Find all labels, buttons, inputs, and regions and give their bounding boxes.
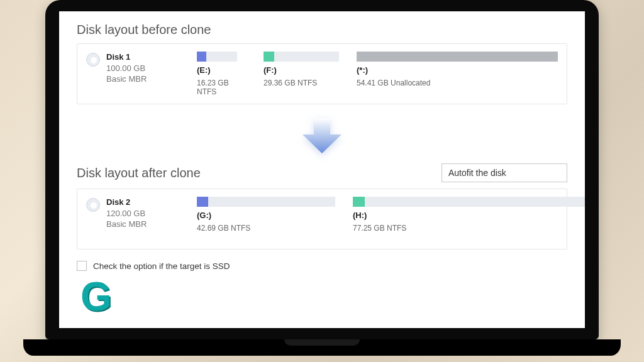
after-header-row: Disk layout after clone Autofit the disk	[77, 163, 567, 182]
partition-used-segment	[264, 52, 274, 62]
partition[interactable]: (H:)77.25 GB NTFS	[353, 197, 585, 233]
disk-icon	[86, 198, 100, 212]
partition-letter: (E:)	[197, 65, 246, 75]
after-panel: Disk 2 120.00 GB Basic MBR (G:)42.69 GB …	[77, 189, 567, 250]
partition-used-segment	[197, 52, 206, 62]
partition[interactable]: (F:)29.36 GB NTFS	[264, 52, 339, 87]
down-arrow-icon	[300, 117, 344, 155]
disk-icon	[86, 53, 100, 67]
laptop-notch	[284, 339, 360, 346]
after-partitions: (G:)42.69 GB NTFS(H:)77.25 GB NTFS(*:)15…	[197, 197, 585, 241]
partition-letter: (H:)	[353, 211, 585, 220]
partition-detail: 16.23 GB NTFS	[197, 79, 246, 96]
before-disk-type: Basic MBR	[106, 74, 147, 85]
after-disk-column: Disk 2 120.00 GB Basic MBR	[86, 197, 180, 230]
after-disk-name: Disk 2	[106, 197, 147, 208]
fit-mode-dropdown[interactable]: Autofit the disk	[441, 163, 567, 182]
laptop-base	[23, 339, 621, 356]
after-disk-meta: Disk 2 120.00 GB Basic MBR	[106, 197, 147, 230]
partition-detail: 77.25 GB NTFS	[353, 224, 585, 233]
partition-bar	[264, 52, 339, 62]
partition-letter: (*:)	[357, 65, 558, 75]
ssd-option-row[interactable]: Check the option if the target is SSD	[77, 261, 567, 271]
clone-layout-panel: Disk layout before clone Disk 1 100.00 G…	[59, 11, 585, 278]
laptop-frame: Disk layout before clone Disk 1 100.00 G…	[39, 0, 605, 362]
before-panel: Disk 1 100.00 GB Basic MBR (E:)16.23 GB …	[77, 43, 567, 104]
app-window: Disk layout before clone Disk 1 100.00 G…	[59, 11, 585, 328]
before-disk-column: Disk 1 100.00 GB Basic MBR	[86, 52, 180, 85]
after-disk-size: 120.00 GB	[106, 208, 147, 219]
partition-used-segment	[197, 197, 208, 207]
partition-used-segment	[353, 197, 365, 207]
partition-used-segment	[357, 52, 558, 62]
ssd-checkbox[interactable]	[77, 261, 87, 271]
partition-bar	[197, 52, 237, 62]
after-disk-type: Basic MBR	[106, 219, 147, 230]
before-disk-name: Disk 1	[106, 52, 147, 63]
partition-detail: 29.36 GB NTFS	[264, 79, 339, 87]
laptop-bezel: Disk layout before clone Disk 1 100.00 G…	[45, 0, 599, 339]
partition-detail: 42.69 GB NTFS	[197, 224, 335, 233]
partition-letter: (G:)	[197, 211, 335, 220]
partition[interactable]: (G:)42.69 GB NTFS	[197, 197, 335, 233]
partition-bar	[357, 52, 558, 62]
partition-detail: 54.41 GB Unallocated	[357, 79, 558, 87]
fit-mode-selected: Autofit the disk	[448, 168, 506, 178]
partition[interactable]: (*:)54.41 GB Unallocated	[357, 52, 558, 87]
clone-arrow	[77, 117, 567, 155]
partition-bar	[197, 197, 335, 207]
ssd-option-label: Check the option if the target is SSD	[93, 261, 230, 271]
after-title: Disk layout after clone	[77, 166, 201, 180]
partition-letter: (F:)	[264, 65, 339, 75]
before-disk-size: 100.00 GB	[106, 63, 147, 74]
before-disk-meta: Disk 1 100.00 GB Basic MBR	[106, 52, 147, 85]
partition-bar	[353, 197, 585, 207]
before-partitions: (E:)16.23 GB NTFS(F:)29.36 GB NTFS(*:)54…	[197, 52, 558, 96]
wallpaper-background: Disk layout before clone Disk 1 100.00 G…	[0, 0, 644, 362]
before-title: Disk layout before clone	[77, 23, 567, 37]
partition[interactable]: (E:)16.23 GB NTFS	[197, 52, 246, 96]
